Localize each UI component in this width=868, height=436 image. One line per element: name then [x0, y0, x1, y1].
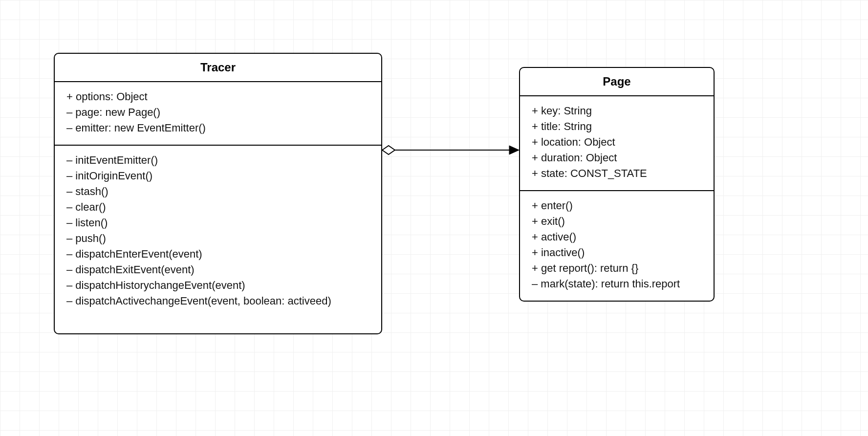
uml-method: + enter() [532, 198, 702, 214]
uml-attribute: – page: new Page() [66, 105, 369, 120]
uml-method: – listen() [66, 215, 369, 231]
uml-method: – clear() [66, 199, 369, 215]
uml-attribute: + state: CONST_STATE [532, 166, 702, 181]
uml-attribute: + options: Object [66, 89, 369, 105]
uml-attribute: + duration: Object [532, 150, 702, 166]
uml-attribute: + key: String [532, 103, 702, 119]
uml-method: – dispatchHistorychangeEvent(event) [66, 278, 369, 293]
uml-method: + active() [532, 229, 702, 245]
uml-method: – mark(state): return this.report [532, 276, 702, 292]
aggregation-diamond-icon [382, 146, 395, 154]
uml-methods-section: + enter() + exit() + active() + inactive… [520, 191, 714, 301]
uml-class-title: Tracer [55, 54, 381, 82]
uml-method: – push() [66, 231, 369, 246]
uml-methods-section: – initEventEmitter() – initOriginEvent()… [55, 146, 381, 318]
uml-attribute: + title: String [532, 119, 702, 134]
uml-class-title: Page [520, 68, 714, 96]
uml-class-tracer[interactable]: Tracer + options: Object – page: new Pag… [54, 53, 382, 334]
uml-attributes-section: + options: Object – page: new Page() – e… [55, 82, 381, 146]
uml-method: – dispatchEnterEvent(event) [66, 246, 369, 262]
uml-class-page[interactable]: Page + key: String + title: String + loc… [519, 67, 715, 302]
uml-method: + exit() [532, 214, 702, 229]
uml-method: – initEventEmitter() [66, 153, 369, 168]
aggregation-connector [372, 140, 529, 160]
uml-attribute: + location: Object [532, 134, 702, 150]
uml-method: – dispatchExitEvent(event) [66, 262, 369, 278]
arrowhead-icon [509, 146, 519, 154]
uml-method: – initOriginEvent() [66, 168, 369, 184]
uml-attributes-section: + key: String + title: String + location… [520, 96, 714, 191]
uml-method: + inactive() [532, 245, 702, 261]
uml-method: – dispatchActivechangeEvent(event, boole… [66, 293, 369, 309]
diagram-canvas: Tracer + options: Object – page: new Pag… [0, 0, 868, 436]
uml-attribute: – emitter: new EventEmitter() [66, 120, 369, 136]
uml-method: + get report(): return {} [532, 261, 702, 276]
uml-method: – stash() [66, 184, 369, 199]
